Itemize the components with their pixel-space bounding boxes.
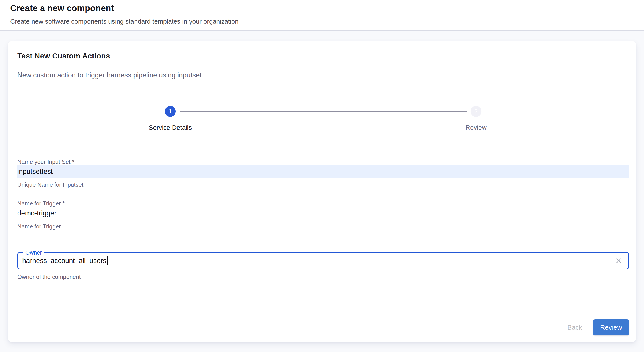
trigger-input[interactable] bbox=[17, 207, 629, 220]
step-service-details: 1 Service Details bbox=[17, 106, 323, 132]
step-review: 2 Review bbox=[323, 106, 629, 132]
x-icon bbox=[614, 257, 622, 265]
owner-label: Owner bbox=[23, 249, 44, 256]
step-connector bbox=[180, 111, 467, 112]
input-set-helper: Unique Name for Inputset bbox=[17, 181, 629, 188]
back-button[interactable]: Back bbox=[561, 319, 588, 335]
step-1-icon: 1 bbox=[165, 106, 176, 117]
input-set-label: Name your Input Set * bbox=[17, 158, 629, 165]
template-card: Test New Custom Actions New custom actio… bbox=[8, 41, 636, 342]
trigger-field: Name for Trigger * Name for Trigger bbox=[17, 200, 629, 230]
owner-field: Owner harness_account_all_users Owner of… bbox=[17, 252, 629, 280]
page-subtitle: Create new software components using sta… bbox=[10, 17, 634, 26]
input-set-field: Name your Input Set * Unique Name for In… bbox=[17, 158, 629, 188]
actions-bar: Back Review bbox=[561, 319, 629, 335]
review-button[interactable]: Review bbox=[593, 319, 629, 335]
trigger-label: Name for Trigger * bbox=[17, 200, 629, 207]
owner-helper: Owner of the component bbox=[17, 273, 629, 280]
template-description: New custom action to trigger harness pip… bbox=[17, 71, 629, 80]
text-cursor bbox=[107, 256, 108, 265]
owner-value: harness_account_all_users bbox=[22, 257, 106, 265]
page-header: Create a new component Create new softwa… bbox=[0, 0, 644, 31]
template-title: Test New Custom Actions bbox=[17, 51, 629, 61]
step-1-label: Service Details bbox=[149, 124, 192, 132]
trigger-helper: Name for Trigger bbox=[17, 223, 629, 230]
step-2-label: Review bbox=[466, 124, 486, 132]
content-area: Test New Custom Actions New custom actio… bbox=[0, 31, 644, 342]
owner-input[interactable]: Owner harness_account_all_users bbox=[17, 252, 629, 269]
input-set-input[interactable] bbox=[17, 165, 629, 179]
stepper: 1 Service Details 2 Review bbox=[17, 106, 629, 132]
clear-owner-button[interactable] bbox=[614, 256, 624, 266]
step-2-icon: 2 bbox=[470, 106, 482, 117]
page-title: Create a new component bbox=[10, 3, 634, 13]
